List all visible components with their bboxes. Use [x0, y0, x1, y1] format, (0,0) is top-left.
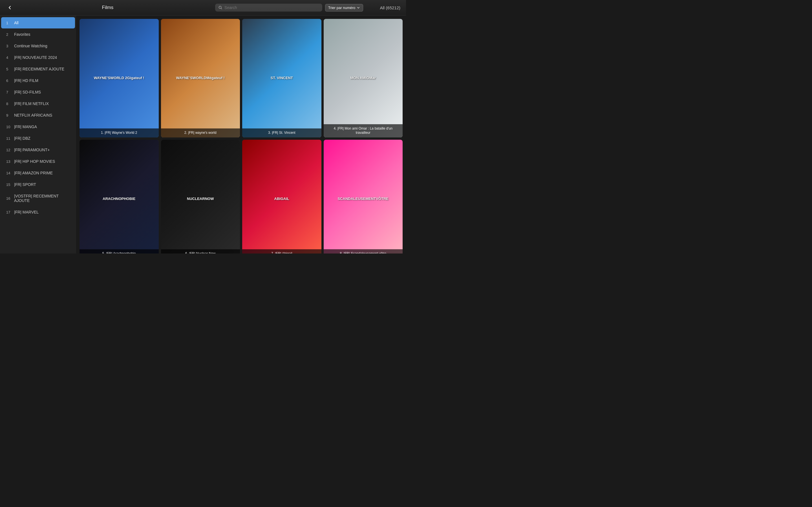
movie-card-2[interactable]: WAYNE'SWORLDMégateuf !2. |FR| wayne's wo… — [161, 19, 240, 137]
page-title: Films — [17, 5, 199, 10]
sidebar-item-14[interactable]: 14 |FR| AMAZON PRIME — [1, 167, 75, 179]
sidebar-item-7[interactable]: 7 |FR| SD-FILMS — [1, 87, 75, 98]
sidebar-item-num: 15 — [6, 182, 12, 187]
sidebar-item-4[interactable]: 4 |FR| NOUVEAUTE 2024 — [1, 52, 75, 63]
movie-card-1[interactable]: WAYNE'SWORLD 2Gigateuf !1. |FR| Wayne's … — [80, 19, 159, 137]
sidebar-item-12[interactable]: 12 |FR| PARAMOUNT+ — [1, 144, 75, 156]
movie-poster-bg: MON AMIOMar — [324, 19, 403, 137]
movie-poster-bg: NUCLEARNOW — [161, 140, 240, 253]
movie-card-7[interactable]: ABIGAIL7. |FR| Abigail — [242, 140, 321, 253]
sidebar-item-9[interactable]: 9 NETFLIX AFRICAINS — [1, 110, 75, 121]
movie-label: 1. |FR| Wayne's World 2 — [80, 128, 159, 137]
sidebar-item-num: 3 — [6, 44, 12, 48]
sidebar-item-label: Favorites — [14, 32, 31, 37]
movie-poster-bg: WAYNE'SWORLDMégateuf ! — [161, 19, 240, 137]
movie-poster-bg: ARACHNOPHOBIE — [80, 140, 159, 253]
movie-poster-bg: ST. VINCENT — [242, 19, 321, 137]
sidebar-item-label: Continue Watching — [14, 44, 47, 48]
sidebar-item-label: |FR| MARVEL — [14, 210, 39, 214]
search-box — [215, 4, 322, 11]
movie-label: 5. |FR| Arachnophobie — [80, 249, 159, 253]
movie-poster-bg: WAYNE'SWORLD 2Gigateuf ! — [80, 19, 159, 137]
sidebar-item-label: |FR| DBZ — [14, 136, 31, 140]
sidebar-item-11[interactable]: 11 |FR| DBZ — [1, 133, 75, 144]
movie-label: 3. |FR| St. Vincent — [242, 128, 321, 137]
sidebar-item-num: 4 — [6, 55, 12, 60]
sidebar-item-num: 16 — [6, 196, 12, 201]
search-input[interactable] — [224, 5, 319, 10]
search-area: Trier par numéro — [199, 4, 380, 11]
sidebar-item-label: |FR| SPORT — [14, 182, 36, 187]
movie-label: 6. |FR| Nuclear Now — [161, 249, 240, 253]
movie-label: 2. |FR| wayne's world — [161, 128, 240, 137]
sidebar-item-3[interactable]: 3 Continue Watching — [1, 40, 75, 52]
sidebar-item-label: All — [14, 20, 18, 25]
sort-dropdown[interactable]: Trier par numéro — [325, 4, 363, 11]
sidebar-item-num: 8 — [6, 102, 12, 106]
sidebar-item-label: NETFLIX AFRICAINS — [14, 113, 52, 117]
movie-card-4[interactable]: MON AMIOMar4. |FR| Mon ami Omar : La bat… — [324, 19, 403, 137]
sidebar-item-5[interactable]: 5 |FR| RECEMMENT AJOUTE — [1, 63, 75, 75]
sidebar-item-label: |FR| HIP HOP MOVIES — [14, 159, 55, 164]
sidebar-item-num: 14 — [6, 171, 12, 175]
header: Films Trier par numéro All (65212) — [0, 0, 406, 15]
sidebar-item-label: |VOSTFR| RECEMMENT AJOUTE — [14, 194, 70, 203]
sidebar-item-13[interactable]: 13 |FR| HIP HOP MOVIES — [1, 156, 75, 167]
movie-label: 4. |FR| Mon ami Omar : La bataille d'un … — [324, 124, 403, 137]
total-count: All (65212) — [380, 5, 400, 10]
sidebar: 1 All 2 Favorites 3 Continue Watching 4 … — [0, 15, 76, 253]
movie-card-5[interactable]: ARACHNOPHOBIE5. |FR| Arachnophobie — [80, 140, 159, 253]
sidebar-item-num: 9 — [6, 113, 12, 117]
search-icon — [218, 6, 222, 10]
sidebar-item-num: 6 — [6, 78, 12, 83]
sidebar-item-label: |FR| NOUVEAUTE 2024 — [14, 55, 57, 60]
sidebar-item-17[interactable]: 17 |FR| MARVEL — [1, 207, 75, 218]
movie-card-6[interactable]: NUCLEARNOW6. |FR| Nuclear Now — [161, 140, 240, 253]
sidebar-item-16[interactable]: 16 |VOSTFR| RECEMMENT AJOUTE — [1, 190, 75, 206]
movie-poster-bg: SCANDALEUSEMENTVÔTRE — [324, 140, 403, 253]
movie-poster-bg: ABIGAIL — [242, 140, 321, 253]
sidebar-item-label: |FR| FILM NETFLIX — [14, 101, 49, 106]
sidebar-item-label: |FR| PARAMOUNT+ — [14, 148, 50, 152]
chevron-down-icon — [357, 6, 360, 9]
sidebar-item-num: 12 — [6, 148, 12, 152]
sidebar-item-num: 1 — [6, 21, 12, 25]
sidebar-item-1[interactable]: 1 All — [1, 17, 75, 29]
sidebar-item-num: 11 — [6, 136, 12, 140]
movie-label: 7. |FR| Abigail — [242, 249, 321, 253]
sidebar-item-8[interactable]: 8 |FR| FILM NETFLIX — [1, 98, 75, 109]
sidebar-item-label: |FR| SD-FILMS — [14, 90, 41, 94]
sidebar-item-label: |FR| AMAZON PRIME — [14, 171, 53, 175]
movie-grid-container: WAYNE'SWORLD 2Gigateuf !1. |FR| Wayne's … — [76, 15, 406, 253]
back-button[interactable] — [6, 3, 14, 12]
sidebar-item-15[interactable]: 15 |FR| SPORT — [1, 179, 75, 190]
sidebar-item-label: |FR| MANGA — [14, 124, 37, 129]
sidebar-item-label: |FR| RECEMMENT AJOUTE — [14, 67, 64, 71]
main-content: 1 All 2 Favorites 3 Continue Watching 4 … — [0, 15, 406, 253]
sidebar-item-label: |FR| HD FILM — [14, 78, 38, 83]
movie-label: 8. |FR| Scandaleusement vôtre — [324, 249, 403, 253]
sidebar-item-num: 13 — [6, 159, 12, 164]
movie-grid: WAYNE'SWORLD 2Gigateuf !1. |FR| Wayne's … — [80, 19, 403, 253]
movie-card-3[interactable]: ST. VINCENT3. |FR| St. Vincent — [242, 19, 321, 137]
sidebar-item-num: 7 — [6, 90, 12, 94]
sidebar-item-num: 5 — [6, 67, 12, 71]
sidebar-item-2[interactable]: 2 Favorites — [1, 29, 75, 40]
movie-card-8[interactable]: SCANDALEUSEMENTVÔTRE8. |FR| Scandaleusem… — [324, 140, 403, 253]
sidebar-item-6[interactable]: 6 |FR| HD FILM — [1, 75, 75, 86]
sidebar-item-10[interactable]: 10 |FR| MANGA — [1, 121, 75, 132]
sidebar-item-num: 2 — [6, 33, 12, 37]
sidebar-item-num: 10 — [6, 125, 12, 129]
sidebar-item-num: 17 — [6, 210, 12, 214]
sort-label: Trier par numéro — [328, 6, 355, 10]
